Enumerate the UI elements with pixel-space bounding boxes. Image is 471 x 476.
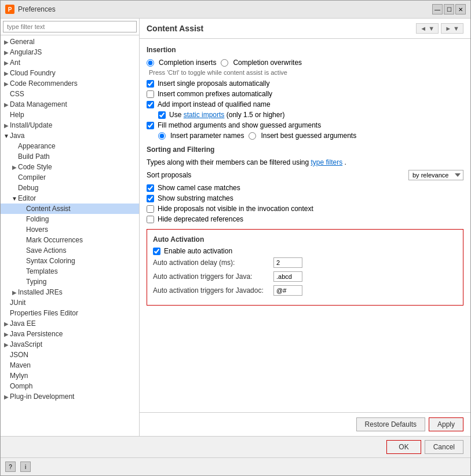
tree-arrow-editor: ▼ [11,195,18,202]
static-imports-link[interactable]: static imports [184,111,225,119]
ok-button[interactable]: OK [386,440,421,454]
apply-button[interactable]: Apply [429,417,463,431]
enable-auto-checkbox[interactable] [153,248,160,255]
tree-item-code-style[interactable]: ▶Code Style [1,162,139,172]
tree-label-data-management: Data Management [10,100,67,108]
camel-case-label: Show camel case matches [158,184,240,192]
type-filters-link[interactable]: type filters [311,158,343,166]
tree-item-debug[interactable]: Debug [1,183,139,193]
tree-item-compiler[interactable]: Compiler [1,172,139,183]
tree-item-junit[interactable]: JUnit [1,297,139,308]
add-import-row: Add import instead of qualified name [147,100,463,108]
hide-proposals-checkbox[interactable] [147,205,154,213]
sort-proposals-select[interactable]: by relevance alphabetically [408,170,463,180]
tree-item-editor[interactable]: ▼Editor [1,193,139,204]
tree-label-java-ee: Java EE [10,319,36,328]
tree-label-debug: Debug [18,184,38,192]
tree-item-content-assist[interactable]: Content Assist [1,204,139,214]
java-triggers-label: Auto activation triggers for Java: [153,272,269,281]
tree-item-ant[interactable]: ▶Ant [1,57,139,68]
tree-item-folding[interactable]: Folding [1,214,139,224]
nav-back-button[interactable]: ◄ ▼ [416,23,439,34]
tree-item-typing[interactable]: Typing [1,277,139,287]
tree-item-code-recommenders[interactable]: ▶Code Recommenders [1,78,139,89]
type-filters-desc: Types along with their members can be fi… [147,158,309,166]
tree-label-java: Java [10,132,24,140]
close-button[interactable]: ✕ [455,4,466,14]
substring-checkbox[interactable] [147,195,154,202]
tree-item-mark-occurrences[interactable]: Mark Occurrences [1,235,139,245]
completion-overwrites-label: Completion overwrites [233,59,302,67]
tree-item-syntax-coloring[interactable]: Syntax Coloring [1,256,139,266]
tree-label-code-style: Code Style [18,163,52,171]
panel-footer: Restore Defaults Apply [140,412,470,436]
tree-item-installed-jres[interactable]: ▶Installed JREs [1,287,139,297]
tree-item-data-management[interactable]: ▶Data Management [1,99,139,110]
tree-item-java-persistence[interactable]: ▶Java Persistence [1,329,139,339]
title-bar-left: P Preferences [5,5,56,14]
tree-arrow-plugin-development: ▶ [3,393,10,400]
auto-activation-title: Auto Activation [153,235,457,244]
add-import-checkbox[interactable] [147,101,154,108]
tree-item-appearance[interactable]: Appearance [1,141,139,151]
tree-item-install-update[interactable]: ▶Install/Update [1,120,139,130]
minimize-button[interactable]: — [432,4,443,14]
camel-case-checkbox[interactable] [147,184,154,192]
tree-label-installed-jres: Installed JREs [18,288,63,296]
insert-common-checkbox[interactable] [147,90,154,98]
tree-item-mylyn[interactable]: Mylyn [1,370,139,381]
tree-item-plugin-development[interactable]: ▶Plug-in Development [1,391,139,402]
tree-item-json[interactable]: JSON [1,350,139,360]
tree-item-maven[interactable]: Maven [1,360,139,370]
tree-item-general[interactable]: ▶General [1,37,139,47]
help-button[interactable]: ? [5,462,16,472]
insert-common-row: Insert common prefixes automatically [147,90,463,98]
tree-item-help[interactable]: Help [1,110,139,120]
java-triggers-input[interactable] [273,271,302,282]
insertion-radio-row: Completion inserts Completion overwrites [147,59,463,67]
completion-overwrites-radio[interactable] [221,59,228,67]
delay-label: Auto activation delay (ms): [153,259,269,267]
tree-label-help: Help [10,111,24,119]
tree-label-typing: Typing [26,278,46,286]
restore-defaults-button[interactable]: Restore Defaults [356,417,425,431]
tree-label-editor: Editor [18,194,36,202]
fill-method-label: Fill method arguments and show guessed a… [158,121,321,129]
javadoc-triggers-input[interactable] [273,285,302,296]
fill-method-checkbox[interactable] [147,122,154,129]
search-input[interactable] [3,21,137,32]
tree-item-cloud-foundry[interactable]: ▶Cloud Foundry [1,68,139,78]
tree-item-save-actions[interactable]: Save Actions [1,245,139,256]
tree-item-build-path[interactable]: Build Path [1,151,139,162]
tree-item-java-ee[interactable]: ▶Java EE [1,318,139,329]
completion-inserts-radio[interactable] [147,59,154,67]
tree-item-templates[interactable]: Templates [1,266,139,277]
tree-item-css[interactable]: CSS [1,89,139,99]
tree-item-javascript[interactable]: ▶JavaScript [1,339,139,350]
tree-label-maven: Maven [10,361,31,369]
nav-forward-button[interactable]: ► ▼ [441,23,463,34]
use-static-imports-checkbox[interactable] [158,111,166,119]
tree-item-hovers[interactable]: Hovers [1,224,139,235]
enable-auto-row: Enable auto activation [153,247,457,255]
auto-activation-section: Auto Activation Enable auto activation A… [147,229,463,306]
use-static-imports-row: Use static imports (only 1.5 or higher) [158,111,463,119]
title-bar: P Preferences — ☐ ✕ [1,1,470,19]
tree-item-angularjs[interactable]: ▶AngularJS [1,47,139,57]
tree-item-properties-files-editor[interactable]: Properties Files Editor [1,308,139,318]
javadoc-triggers-label: Auto activation triggers for Javadoc: [153,286,269,295]
enable-auto-label: Enable auto activation [164,247,232,255]
insert-single-checkbox[interactable] [147,80,154,88]
hide-deprecated-checkbox[interactable] [147,216,154,223]
maximize-button[interactable]: ☐ [444,4,454,14]
tree-item-java[interactable]: ▼Java [1,130,139,141]
insert-param-names-radio[interactable] [158,132,166,140]
cancel-button[interactable]: Cancel [425,440,463,454]
sort-proposals-row: Sort proposals by relevance alphabetical… [147,170,463,180]
tree-item-oomph[interactable]: Oomph [1,381,139,391]
tree-arrow-angularjs: ▶ [3,49,10,56]
insert-guessed-radio[interactable] [249,132,256,140]
insert-param-names-label: Insert parameter names [170,132,244,140]
delay-input[interactable] [273,257,302,268]
info-button[interactable]: i [20,462,31,472]
